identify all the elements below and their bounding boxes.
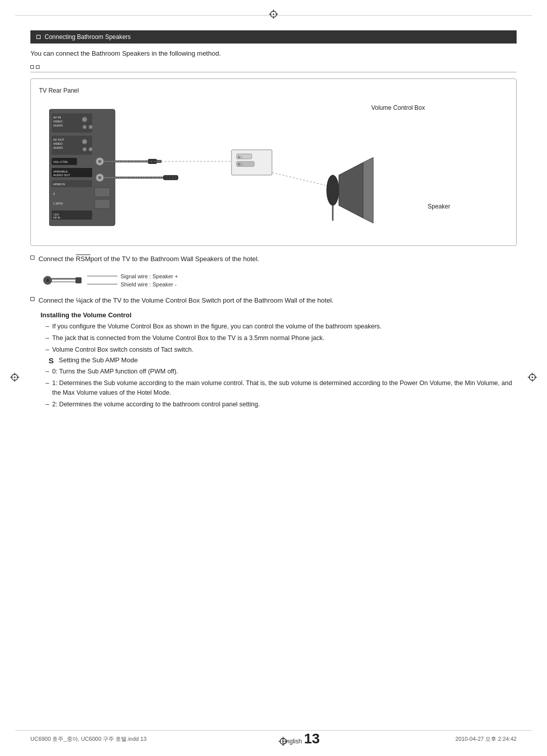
footer-right: 2010-04-27 오후 2:24:42	[455, 735, 517, 743]
svg-marker-58	[339, 162, 363, 218]
svg-text:VIDEO: VIDEO	[53, 142, 63, 145]
svg-point-20	[89, 147, 93, 151]
section-header-bar: Connecting Bathroom Speakers	[30, 30, 517, 44]
svg-text:AUDIO OUT: AUDIO OUT	[53, 174, 70, 177]
mode-text-1: 1: Determines the Sub volume according t…	[52, 379, 517, 398]
svg-text:VOL-CTRL: VOL-CTRL	[53, 160, 68, 163]
dash-mode-1: –	[46, 379, 49, 398]
svg-point-18	[82, 139, 87, 144]
svg-point-19	[83, 147, 87, 151]
s-text: Setting the Sub AMP Mode	[59, 356, 138, 365]
page-number: 13	[304, 732, 320, 746]
bullet1-text: Connect the RSMport of the TV to the Bat…	[38, 254, 259, 264]
shield-wire-dash	[87, 284, 118, 284]
installing-text-2: The jack that is connected from the Volu…	[52, 333, 325, 343]
subsection-header	[30, 65, 517, 72]
svg-text:VIDEO: VIDEO	[53, 120, 63, 123]
svg-text:AV IN: AV IN	[53, 116, 61, 119]
mode-text-0: 0: Turns the Sub AMP function off (PWM o…	[52, 367, 178, 376]
header-square-icon	[36, 35, 41, 39]
svg-text:S□: S□	[238, 155, 243, 159]
svg-point-24	[98, 160, 101, 163]
cable-lines: Signal wire : Speaker + Shield wire : Sp…	[87, 273, 178, 287]
left-crosshair-icon	[10, 373, 19, 384]
bullet-square-2	[30, 297, 34, 301]
cable-area: Signal wire : Speaker + Shield wire : Sp…	[43, 270, 517, 290]
page-border-bottom	[15, 730, 532, 731]
svg-text:AUDIO: AUDIO	[53, 146, 63, 149]
svg-point-33	[98, 176, 101, 179]
bullet2-text: Connect the ¼jack of the TV to the Volum…	[38, 296, 333, 306]
svg-text:1 (DVI): 1 (DVI)	[53, 202, 63, 205]
svg-text:AV OUT: AV OUT	[53, 138, 64, 141]
speaker-label: Speaker	[427, 203, 450, 210]
svg-line-62	[272, 173, 325, 185]
svg-point-85	[14, 376, 16, 378]
svg-point-13	[89, 125, 93, 129]
top-crosshair-icon	[268, 9, 279, 19]
s-setting: S Setting the Sub AMP Mode	[49, 356, 517, 365]
shield-wire-line: Shield wire : Speaker -	[87, 281, 178, 287]
diagram-box: TV Rear Panel Volume Control Box Speaker…	[30, 78, 517, 246]
right-crosshair-icon	[528, 373, 537, 384]
svg-marker-59	[363, 157, 373, 223]
svg-point-57	[327, 175, 339, 205]
svg-point-11	[82, 117, 87, 122]
footer-left: UC6900 호주_중아, UC6000 구주 호텔.indd 13	[30, 735, 146, 743]
content-area: Connecting Bathroom Speakers You can con…	[30, 30, 517, 411]
installing-text-1: If you configure the Volume Control Box …	[52, 322, 381, 331]
svg-point-79	[532, 376, 533, 378]
svg-text:HDMI IN: HDMI IN	[53, 183, 65, 186]
tv-rear-panel-label: TV Rear Panel	[39, 87, 508, 94]
s-label: S	[49, 356, 54, 365]
volume-control-box-label: Volume Control Box	[371, 104, 425, 111]
signal-wire-dash	[87, 276, 118, 276]
bottom-left-crosshair-icon	[279, 737, 288, 746]
dash-3: –	[46, 345, 49, 355]
shield-wire-text: Shield wire : Speaker -	[121, 281, 177, 287]
svg-text:AUDIO: AUDIO	[53, 124, 63, 127]
installing-item-1: – If you configure the Volume Control Bo…	[41, 322, 517, 331]
bullet-item-1: Connect the RSMport of the TV to the Bat…	[30, 254, 517, 264]
diagram-svg: AV IN VIDEO AUDIO AV OUT VIDEO AUDIO VOL…	[49, 104, 404, 236]
cable-plug-svg	[43, 270, 83, 290]
svg-rect-67	[75, 277, 82, 283]
svg-point-5	[273, 14, 275, 15]
installing-title: Installing the Volume Control	[41, 311, 517, 319]
svg-point-12	[83, 125, 87, 129]
page-number-area: English 13	[282, 732, 320, 746]
intro-text: You can connect the Bathroom Speakers in…	[30, 50, 517, 57]
header-title: Connecting Bathroom Speakers	[45, 33, 131, 40]
signal-wire-text: Signal wire : Speaker +	[121, 273, 178, 279]
small-square-2	[36, 65, 40, 69]
installing-section: Installing the Volume Control – If you c…	[41, 311, 517, 409]
bullet-square-1	[30, 256, 34, 260]
svg-text:VARIABLE: VARIABLE	[53, 170, 68, 173]
mode-item-2: – 2: Determines the volume according to …	[41, 400, 517, 409]
dash-mode-2: –	[46, 400, 49, 409]
signal-wire-line: Signal wire : Speaker +	[87, 273, 178, 279]
dash-2: –	[46, 333, 49, 343]
svg-text:HD IN: HD IN	[53, 216, 60, 219]
dash-1: –	[46, 322, 49, 331]
svg-rect-43	[95, 188, 110, 197]
svg-rect-44	[52, 190, 92, 196]
svg-text:S□: S□	[238, 162, 243, 166]
bullet-item-2: Connect the ¼jack of the TV to the Volum…	[30, 296, 517, 306]
installing-item-3: – Volume Control Box switch consists of …	[41, 345, 517, 355]
svg-rect-46	[95, 199, 110, 208]
small-square-1	[30, 65, 34, 69]
mode-item-0: – 0: Turns the Sub AMP function off (PWM…	[41, 367, 517, 376]
installing-item-2: – The jack that is connected from the Vo…	[41, 333, 517, 343]
mode-text-2: 2: Determines the volume according to th…	[52, 400, 260, 409]
installing-text-3: Volume Control Box switch consists of Ta…	[52, 345, 193, 355]
mode-item-1: – 1: Determines the Sub volume according…	[41, 379, 517, 398]
dash-mode-0: –	[46, 367, 49, 376]
svg-point-64	[46, 279, 49, 282]
footer: UC6900 호주_중아, UC6000 구주 호텔.indd 13 Engli…	[30, 732, 517, 746]
svg-point-73	[283, 741, 284, 742]
